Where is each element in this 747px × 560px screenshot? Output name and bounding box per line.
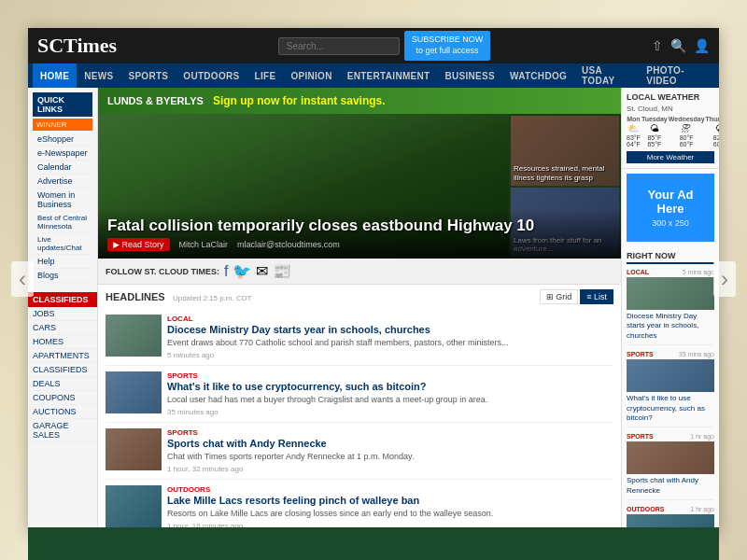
banner-text: Sign up now for instant savings.	[213, 94, 386, 107]
right-now-item-2: SPORTS 1 hr ago Sports chat with Andy Re…	[627, 433, 714, 500]
sidebar-coupons[interactable]: COUPONS	[28, 391, 97, 405]
search-icon[interactable]: 🔍	[670, 38, 686, 53]
more-weather-button[interactable]: More Weather	[627, 151, 714, 163]
share-icon[interactable]: ⇧	[652, 38, 663, 53]
featured-email: mlaclair@stcloudtimes.com	[237, 240, 340, 249]
nav-business[interactable]: BUSINESS	[437, 63, 502, 88]
nav-photovideo[interactable]: PHOTO-VIDEO	[639, 63, 714, 88]
featured-story: Resources strained, mental illness tight…	[98, 114, 621, 259]
nav-entertainment[interactable]: ENTERTAINMENT	[340, 63, 438, 88]
rn-text-2[interactable]: Sports chat with Andy Rennecke	[627, 476, 714, 496]
news-title-1[interactable]: What's it like to use cryptocurrency, su…	[167, 380, 613, 393]
user-icon[interactable]: 👤	[694, 38, 710, 53]
news-time-2: 1 hour, 32 minutes ago	[167, 465, 243, 473]
banner-ad[interactable]: LUNDS & BYERLYS Sign up now for instant …	[98, 88, 621, 114]
grid-view-button[interactable]: ⊞ Grid	[540, 289, 579, 304]
read-story-button[interactable]: ▶ Read Story	[107, 238, 170, 251]
subscribe-button[interactable]: SUBSCRIBE NOW to get full access	[404, 31, 491, 60]
featured-overlay: Fatal collision temporarily closes eastb…	[98, 209, 621, 259]
weather-day-2: Wednesday ⛈ 80°F 60°F	[669, 116, 705, 147]
nav-life[interactable]: LIFE	[247, 63, 284, 88]
sidebar-help[interactable]: Help	[33, 255, 92, 269]
sidebar-cars[interactable]: CARS	[28, 321, 97, 335]
prev-arrow[interactable]: ‹	[11, 261, 34, 297]
email-button[interactable]: ✉	[256, 262, 268, 280]
headlines-updated: Updated 2:15 p.m. CDT	[173, 294, 251, 302]
nav-opinion[interactable]: OPINION	[283, 63, 339, 88]
news-item-3: OUTDOORS Lake Mille Lacs resorts feeling…	[106, 480, 613, 532]
sidebar-apartments[interactable]: APARTMENTS	[28, 349, 97, 363]
news-meta-2: 1 hour, 32 minutes ago	[167, 465, 613, 473]
sidebar-enewspaper[interactable]: e-Newspaper	[33, 147, 92, 161]
nav-usatoday[interactable]: USA TODAY	[574, 63, 639, 88]
facebook-button[interactable]: f	[224, 263, 228, 280]
sidebar-live-updates[interactable]: Live updates/Chat	[33, 233, 92, 255]
main-window: SCTimes SUBSCRIBE NOW to get full access…	[28, 28, 719, 532]
featured-author: Mitch LaClair	[179, 240, 229, 249]
news-content-2: SPORTS Sports chat with Andy Rennecke Ch…	[167, 428, 613, 473]
weather-widget: LOCAL WEATHER St. Cloud, MN Mon ⛅ 83°F 6…	[622, 88, 719, 169]
banner-logo: LUNDS & BYERLYS	[107, 95, 204, 106]
social-label: FOLLOW ST. CLOUD TIMES:	[106, 267, 219, 276]
rn-img-2	[627, 441, 714, 474]
sidebar-jobs[interactable]: JOBS	[28, 307, 97, 321]
rn-section-0: LOCAL	[627, 269, 649, 275]
rn-time-3: 1 hr ago	[690, 506, 714, 512]
sidebar-eshopper[interactable]: eShopper	[33, 133, 92, 147]
sidebar-calendar[interactable]: Calendar	[33, 161, 92, 175]
footer	[28, 527, 719, 560]
news-content-3: OUTDOORS Lake Mille Lacs resorts feeling…	[167, 485, 613, 530]
rn-text-1[interactable]: What's it like to use cryptocurrency, su…	[627, 394, 714, 423]
header-icons: ⇧ 🔍 👤	[652, 38, 710, 53]
quick-links-title: Quick Links	[33, 92, 92, 117]
ad-widget[interactable]: Your Ad Here 300 x 250	[627, 174, 714, 242]
twitter-button[interactable]: 🐦	[233, 262, 251, 280]
rn-time-0: 5 mins ago	[683, 269, 714, 275]
featured-headline: Fatal collision temporarily closes eastb…	[107, 217, 612, 235]
nav-outdoors[interactable]: OUTDOORS	[176, 63, 247, 88]
sidebar-auctions[interactable]: AUCTIONS	[28, 405, 97, 419]
right-now-item-0: LOCAL 5 mins ago Diocese Ministry Day st…	[627, 269, 714, 345]
quick-links-section: Quick Links WINNER eShopper e-Newspaper …	[28, 88, 97, 287]
sidebar-best-central[interactable]: Best of Central Minnesota	[33, 212, 92, 233]
news-time-0: 5 minutes ago	[167, 351, 214, 359]
featured-meta: ▶ Read Story Mitch LaClair mlaclair@stcl…	[107, 238, 612, 251]
next-arrow[interactable]: ›	[713, 261, 736, 297]
sidebar-advertise[interactable]: Advertise	[33, 175, 92, 189]
rn-section-2: SPORTS	[627, 433, 654, 440]
sidebar-homes[interactable]: HOMES	[28, 335, 97, 349]
ad-size: 300 x 250	[634, 218, 707, 228]
news-time-1: 35 minutes ago	[167, 408, 218, 416]
news-desc-1: Local user had has met a buyer through C…	[167, 395, 613, 406]
view-toggle: ⊞ Grid ≡ List	[540, 289, 613, 304]
news-thumb-3	[106, 485, 162, 527]
news-meta-1: 35 minutes ago	[167, 408, 613, 416]
rss-button[interactable]: 📰	[273, 262, 291, 280]
nav-sports[interactable]: SPORTS	[120, 63, 176, 88]
sidebar-women-business[interactable]: Women in Business	[33, 189, 92, 212]
rn-time-1: 35 mins ago	[679, 351, 714, 357]
news-section-3: OUTDOORS	[167, 485, 613, 494]
sidebar-garage-sales[interactable]: GARAGE SALES	[28, 419, 97, 442]
list-view-button[interactable]: ≡ List	[580, 289, 613, 304]
news-content-0: LOCAL Diocese Ministry Day starts year i…	[167, 315, 613, 359]
sidebar-deals[interactable]: DEALS	[28, 377, 97, 391]
nav-watchdog[interactable]: WATCHDOG	[502, 63, 574, 88]
search-input[interactable]	[278, 37, 400, 55]
weather-day-1: Tuesday 🌤 85°F 65°F	[641, 116, 668, 147]
news-meta-0: 5 minutes ago	[167, 351, 613, 359]
sidebar-blogs[interactable]: Blogs	[33, 269, 92, 283]
nav-home[interactable]: HOME	[33, 63, 77, 88]
nav-news[interactable]: NEWS	[77, 63, 120, 88]
rn-time-2: 1 hr ago	[690, 433, 714, 440]
news-title-0[interactable]: Diocese Ministry Day starts year in scho…	[167, 323, 613, 336]
news-title-3[interactable]: Lake Mille Lacs resorts feeling pinch of…	[167, 494, 613, 507]
ad-title: Your Ad Here	[634, 188, 707, 216]
news-title-2[interactable]: Sports chat with Andy Rennecke	[167, 437, 613, 450]
rn-text-0[interactable]: Diocese Ministry Day starts year in scho…	[627, 312, 714, 341]
rn-img-0	[627, 277, 714, 310]
mini-news-1[interactable]: Resources strained, mental illness tight…	[511, 116, 619, 186]
weather-days: Mon ⛅ 83°F 64°F Tuesday 🌤 85°F 65°F Wedn…	[627, 116, 714, 147]
headlines-header: HEADLINES Updated 2:15 p.m. CDT ⊞ Grid ≡…	[106, 289, 613, 304]
sidebar-classifieds-link[interactable]: CLASSIFIEDS	[28, 363, 97, 377]
